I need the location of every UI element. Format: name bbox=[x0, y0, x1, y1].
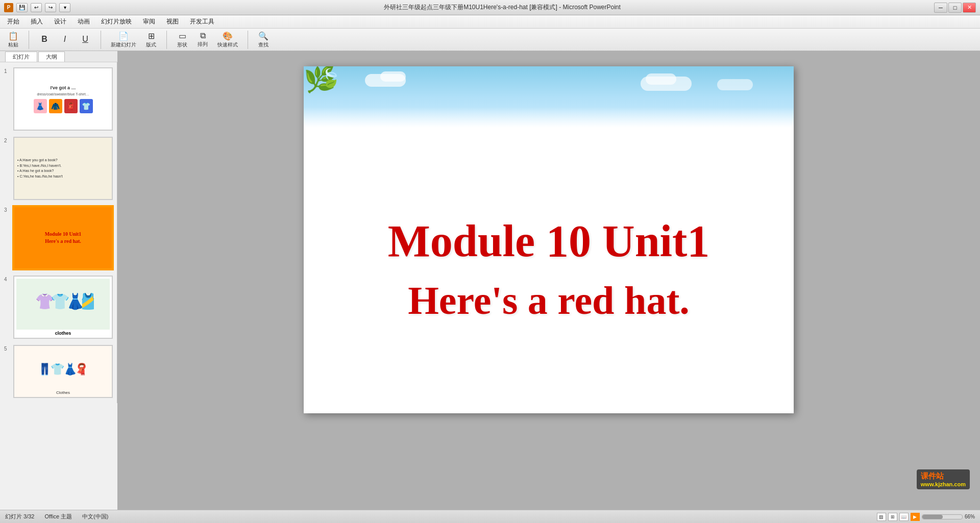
quick-save-btn[interactable]: 💾 bbox=[16, 3, 28, 12]
editor-area: 🌿 🍃 Module 10 Unit1 Here's a red hat. 课件… bbox=[117, 51, 980, 510]
slide-thumb-3[interactable]: 3 Module 10 Unit1 Here's a red hat. bbox=[3, 205, 114, 270]
zoom-fill bbox=[922, 515, 943, 519]
watermark-line2: www.kjzhan.com bbox=[921, 481, 966, 487]
thumb2-content: • A:Have you got a book? • B:Yes,I have.… bbox=[17, 158, 109, 179]
paste-label: 粘贴 bbox=[8, 41, 18, 48]
minimize-btn[interactable]: ─ bbox=[934, 3, 947, 13]
slide-main-subtitle: Here's a red hat. bbox=[408, 277, 690, 325]
slide-sorter-btn[interactable]: ⊞ bbox=[888, 513, 897, 521]
quickstyle-icon: 🎨 bbox=[223, 31, 233, 41]
panel-tabs: 幻灯片 大纲 bbox=[0, 51, 117, 62]
slide-thumb-5[interactable]: 5 👖 👕 👗 🧣 Clothes bbox=[3, 344, 114, 399]
toolbar-sep-1 bbox=[29, 31, 29, 49]
underline-btn[interactable]: U bbox=[76, 33, 94, 46]
slide-num-4: 4 bbox=[4, 277, 11, 282]
slideshow-btn[interactable]: ▶ bbox=[911, 513, 920, 521]
slide-thumb-1[interactable]: 1 I've got a … dress/coat/sweater/blue T… bbox=[3, 66, 114, 132]
toolbar-section-clipboard: 📋 粘贴 bbox=[4, 29, 22, 51]
menu-animation[interactable]: 动画 bbox=[72, 16, 95, 27]
thumb1-clothes: 👗 🧥 🧣 👕 bbox=[34, 99, 93, 113]
slide-main-content: Module 10 Unit1 Here's a red hat. bbox=[304, 128, 794, 413]
tab-outline[interactable]: 大纲 bbox=[38, 52, 65, 62]
title-bar: P 💾 ↩ ↪ ▾ 外研社三年级起点三年级下册M10U1Here's-a-red… bbox=[0, 0, 980, 15]
main-slide[interactable]: 🌿 🍃 Module 10 Unit1 Here's a red hat. bbox=[304, 66, 794, 413]
quickstyle-label: 快速样式 bbox=[217, 41, 238, 48]
slide-img-1: I've got a … dress/coat/sweater/blue T-s… bbox=[13, 67, 113, 131]
paste-btn[interactable]: 📋 粘贴 bbox=[4, 29, 22, 51]
svg-text:👖: 👖 bbox=[38, 362, 52, 376]
app-icon: P bbox=[4, 3, 13, 12]
cloud-5 bbox=[717, 79, 753, 90]
menu-design[interactable]: 设计 bbox=[49, 16, 71, 27]
cloud-2 bbox=[380, 71, 406, 82]
quick-access-more[interactable]: ▾ bbox=[59, 3, 70, 12]
slide-main-title: Module 10 Unit1 bbox=[388, 217, 710, 266]
toolbar-sep-4 bbox=[248, 31, 248, 49]
shapes-label: 形状 bbox=[177, 41, 187, 48]
slide-thumb-2[interactable]: 2 • A:Have you got a book? • B:Yes,I hav… bbox=[3, 136, 114, 201]
menu-slideshow[interactable]: 幻灯片放映 bbox=[96, 16, 137, 27]
cloud-4 bbox=[646, 73, 676, 85]
language-info: 中文(中国) bbox=[82, 513, 108, 520]
toolbar-sep-2 bbox=[101, 31, 101, 49]
arrange-icon: ⧉ bbox=[200, 31, 206, 40]
arrange-btn[interactable]: ⧉ 排列 bbox=[193, 29, 212, 50]
zoom-slider[interactable] bbox=[922, 514, 963, 519]
theme-info: Office 主题 bbox=[44, 513, 72, 520]
bold-btn[interactable]: B bbox=[35, 33, 54, 46]
bold-icon: B bbox=[41, 35, 47, 44]
toolbar-sep-3 bbox=[166, 31, 167, 49]
thumb5-clothes-img: 👖 👕 👗 🧣 bbox=[16, 348, 110, 390]
slide-img-3: Module 10 Unit1 Here's a red hat. bbox=[13, 206, 113, 269]
shapes-btn[interactable]: ▭ 形状 bbox=[173, 29, 191, 51]
svg-text:👕: 👕 bbox=[51, 362, 65, 376]
title-bar-left: P 💾 ↩ ↪ ▾ bbox=[4, 3, 70, 12]
status-bar: 幻灯片 3/32 Office 主题 中文(中国) ▨ ⊞ 📖 ▶ 66% bbox=[0, 510, 980, 523]
slide-num-2: 2 bbox=[4, 138, 11, 143]
cloth-tshirt: 👕 bbox=[80, 99, 93, 113]
redo-btn[interactable]: ↪ bbox=[45, 3, 56, 12]
find-label: 查找 bbox=[258, 41, 268, 48]
svg-text:🧣: 🧣 bbox=[75, 362, 89, 376]
menu-dev[interactable]: 开发工具 bbox=[185, 16, 219, 27]
menu-insert[interactable]: 插入 bbox=[26, 16, 48, 27]
undo-btn[interactable]: ↩ bbox=[31, 3, 42, 12]
italic-icon: I bbox=[64, 35, 66, 44]
menu-view[interactable]: 视图 bbox=[161, 16, 184, 27]
toolbar-section-font: B I U bbox=[35, 33, 94, 46]
cloth-sweater: 🧣 bbox=[64, 99, 78, 113]
quickstyle-btn[interactable]: 🎨 快速样式 bbox=[214, 29, 241, 51]
thumb4-label: clothes bbox=[55, 331, 71, 336]
find-btn[interactable]: 🔍 查找 bbox=[254, 29, 273, 51]
menu-start[interactable]: 开始 bbox=[2, 16, 24, 27]
maximize-btn[interactable]: □ bbox=[948, 3, 962, 13]
layout-btn[interactable]: ⊞ 版式 bbox=[142, 29, 160, 51]
slide-img-2: • A:Have you got a book? • B:Yes,I have.… bbox=[13, 137, 113, 200]
slide-num-3: 3 bbox=[4, 207, 11, 213]
close-btn[interactable]: ✕ bbox=[963, 3, 976, 13]
paste-icon: 📋 bbox=[8, 31, 18, 41]
toolbar-section-shapes: ▭ 形状 ⧉ 排列 🎨 快速样式 bbox=[173, 29, 241, 51]
slide-thumb-4[interactable]: 4 👚 👕 👗 🎽 clothes bbox=[3, 275, 114, 340]
thumb3-line1: Module 10 Unit1 bbox=[45, 231, 82, 238]
main-area: 幻灯片 大纲 1 I've got a … dress/coat/sweater… bbox=[0, 51, 980, 510]
slide-img-5: 👖 👕 👗 🧣 Clothes bbox=[13, 345, 113, 398]
watermark-line1: 课件站 bbox=[921, 471, 966, 481]
tab-slides[interactable]: 幻灯片 bbox=[5, 52, 37, 62]
italic-btn[interactable]: I bbox=[56, 33, 74, 46]
reading-view-btn[interactable]: 📖 bbox=[899, 513, 909, 521]
thumb3-line2: Here's a red hat. bbox=[45, 238, 81, 245]
thumb1-title: I've got a … bbox=[50, 85, 76, 90]
slide-num-1: 1 bbox=[4, 68, 11, 74]
toolbar-section-slides: 📄 新建幻灯片 ⊞ 版式 bbox=[107, 29, 160, 51]
new-slide-label: 新建幻灯片 bbox=[111, 41, 136, 48]
menu-review[interactable]: 审阅 bbox=[138, 16, 160, 27]
normal-view-btn[interactable]: ▨ bbox=[877, 513, 886, 521]
menu-bar: 开始 插入 设计 动画 幻灯片放映 审阅 视图 开发工具 bbox=[0, 15, 980, 29]
new-slide-icon: 📄 bbox=[118, 31, 129, 41]
zoom-level: 66% bbox=[965, 514, 975, 519]
new-slide-btn[interactable]: 📄 新建幻灯片 bbox=[107, 29, 140, 51]
window-controls: ─ □ ✕ bbox=[934, 3, 976, 13]
thumb4-clothes-img: 👚 👕 👗 🎽 bbox=[16, 279, 110, 330]
watermark: 课件站 www.kjzhan.com bbox=[917, 469, 970, 489]
